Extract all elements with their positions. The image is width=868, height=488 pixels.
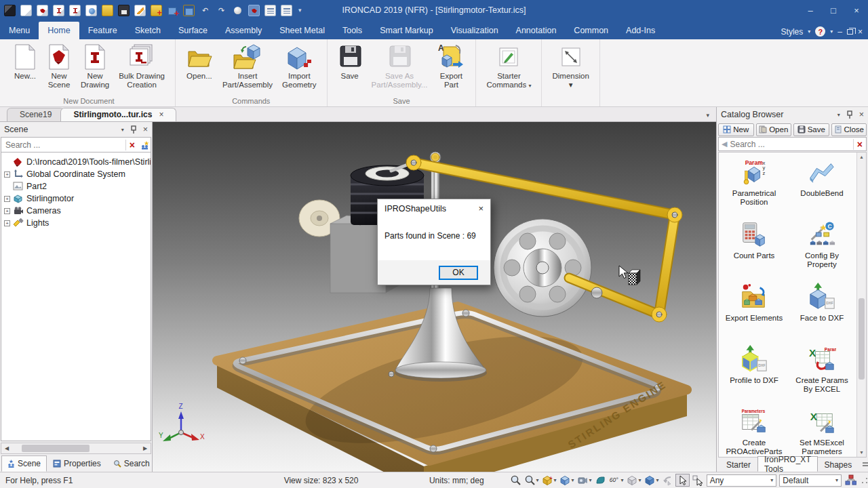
doc-tab-scene19[interactable]: Scene19 xyxy=(7,108,64,121)
tab-tools[interactable]: Tools xyxy=(334,22,371,39)
catalog-item-face-to-dxf[interactable]: DXF Face to DXF xyxy=(788,279,856,341)
catalog-item-create-params-by-excel[interactable]: Param X Create Params By EXCEL xyxy=(788,341,856,403)
zoom-window-icon[interactable] xyxy=(509,474,522,486)
save-as-part-assembly-button[interactable]: Save As Part/Assembly... xyxy=(367,41,433,91)
structure-tree-icon[interactable] xyxy=(844,474,857,486)
import-geometry-button[interactable]: Import Geometry xyxy=(277,41,321,91)
styles-caret-icon[interactable]: ▾ xyxy=(808,28,810,35)
tree-item-global-coordinate-system[interactable]: + Global Coordinate System xyxy=(4,168,151,180)
expand-icon[interactable]: + xyxy=(4,208,10,214)
catalog-back-icon[interactable]: ◀ xyxy=(719,140,730,148)
smart-behavior-icon[interactable] xyxy=(264,5,276,16)
tree-item-part2[interactable]: Part2 xyxy=(4,180,151,192)
maximize-button[interactable]: □ xyxy=(822,0,845,20)
tab-feature[interactable]: Feature xyxy=(79,22,126,39)
scroll-down-icon[interactable]: ▼ xyxy=(857,448,866,457)
qat-more-arrow-icon[interactable]: ▾ xyxy=(298,7,302,14)
selection-filter-select[interactable]: Any▾ xyxy=(707,474,777,487)
catalog-item-profile-to-dxf[interactable]: DXF Profile to DXF xyxy=(720,341,788,403)
insert-part-assembly-button[interactable]: Insert Part/Assembly xyxy=(218,41,277,91)
new-scene-button[interactable]: New Scene xyxy=(42,41,76,91)
ironcad-logo-icon[interactable] xyxy=(4,5,16,16)
save-button[interactable]: Save xyxy=(333,41,367,82)
help-icon[interactable]: ? xyxy=(815,26,825,37)
camera-view-icon[interactable]: ▾ xyxy=(576,474,593,486)
scene-search-clear-icon[interactable]: × xyxy=(125,140,138,150)
zoom-options-icon[interactable]: ▾ xyxy=(524,474,540,486)
dimension-button[interactable]: Dimension ▾ xyxy=(547,41,593,91)
catalog-item-parametrical-position[interactable]: Param xyz Parametrical Position xyxy=(720,154,788,216)
catalog-close-catalog-button[interactable]: Close xyxy=(831,123,867,136)
scene-panel-collapse-icon[interactable]: ▾ xyxy=(121,127,124,133)
catalog-scrollbar[interactable]: ▲ ▼ xyxy=(856,152,866,457)
smart-snap-icon[interactable] xyxy=(248,5,260,16)
edit-sketch-icon[interactable] xyxy=(134,5,146,16)
expand-icon[interactable]: + xyxy=(4,171,10,178)
expand-icon[interactable]: + xyxy=(4,220,10,226)
catalog-pin-icon[interactable] xyxy=(846,110,853,119)
catalog-tab-shapes[interactable]: Shapes xyxy=(818,458,859,472)
starter-commands-button[interactable]: Starter Commands ▾ xyxy=(481,41,536,92)
catalog-item-count-parts[interactable]: Count Parts xyxy=(720,216,788,279)
close-button[interactable]: × xyxy=(845,0,868,20)
resize-grip[interactable] xyxy=(861,477,868,484)
add-shape-icon[interactable]: +▾ xyxy=(541,474,557,486)
ribbon-minimize-icon[interactable]: – xyxy=(837,27,842,37)
styles-button[interactable]: Styles xyxy=(781,27,804,37)
catalog-tab-starter[interactable]: Starter xyxy=(719,458,757,472)
pick-filter-icon[interactable] xyxy=(691,474,704,486)
ribbon-restore-icon[interactable] xyxy=(847,29,853,35)
open-folder-icon[interactable] xyxy=(102,5,113,16)
new-button[interactable]: New... xyxy=(8,41,42,82)
catalog-collapse-icon[interactable]: ▾ xyxy=(837,112,840,118)
catalog-item-doublebend[interactable]: DoubleBend xyxy=(788,154,856,216)
scrollbar-thumb[interactable] xyxy=(859,298,865,380)
undo-icon[interactable]: ↶ xyxy=(199,5,211,16)
help-caret-icon[interactable]: ▾ xyxy=(830,28,833,35)
tab-add-ins[interactable]: Add-Ins xyxy=(617,22,664,39)
catalog-close-icon[interactable]: × xyxy=(859,110,864,119)
tab-sheet-metal[interactable]: Sheet Metal xyxy=(271,22,334,39)
redo-icon[interactable]: ↷ xyxy=(216,5,227,16)
catalog-save-button[interactable]: Save xyxy=(793,123,829,136)
catalog-item-export-elements[interactable]: Export Elements xyxy=(720,279,788,341)
tree-item-root[interactable]: D:\Ironcad\2019\Tools-filmer\Stirling xyxy=(4,156,151,168)
bulk-drawing-icon[interactable] xyxy=(69,5,81,16)
catalog-new-button[interactable]: New xyxy=(718,123,754,136)
tab-common[interactable]: Common xyxy=(565,22,617,39)
insert-feature-icon[interactable] xyxy=(151,5,162,16)
insert-assembly-icon[interactable] xyxy=(183,5,195,16)
customize-list-icon[interactable] xyxy=(281,5,292,16)
catalog-open-button[interactable]: Open xyxy=(756,123,792,136)
tab-menu[interactable]: Menu xyxy=(0,22,39,39)
dialog-ok-button[interactable]: OK xyxy=(439,266,478,280)
catalog-search-clear-icon[interactable]: × xyxy=(853,139,866,150)
minimize-button[interactable]: – xyxy=(799,0,822,20)
tab-annotation[interactable]: Annotation xyxy=(507,22,566,39)
save-icon[interactable] xyxy=(118,5,130,16)
ribbon-close-icon[interactable]: × xyxy=(858,27,863,37)
tab-visualization[interactable]: Visualization xyxy=(442,22,507,39)
new-drawing-button[interactable]: New Drawing xyxy=(76,41,114,91)
tree-horizontal-scrollbar[interactable]: ◀ ▶ xyxy=(1,443,151,454)
catalog-tab-ironpro-xt-tools[interactable]: IronPRO_XT Tools xyxy=(757,456,817,472)
scene-panel-pin-icon[interactable] xyxy=(130,125,137,134)
display-mode-icon[interactable]: ▾ xyxy=(626,474,642,486)
tab-home[interactable]: Home xyxy=(39,22,79,39)
tab-smart-markup[interactable]: Smart Markup xyxy=(371,22,442,39)
tab-properties[interactable]: Properties xyxy=(47,455,107,472)
bulk-drawing-creation-button[interactable]: Bulk Drawing Creation xyxy=(114,41,170,91)
catalog-item-create-proactiveparts[interactable]: Parameters Create PROActiveParts xyxy=(720,403,788,458)
open-button[interactable]: Open... xyxy=(181,41,218,82)
doc-tab-stirlingmotor[interactable]: Stirlingmoto...tur.ics × xyxy=(60,108,176,121)
previous-view-icon[interactable] xyxy=(661,474,674,486)
tab-sketch[interactable]: Sketch xyxy=(126,22,170,39)
scroll-right-icon[interactable]: ▶ xyxy=(140,445,151,451)
scene-panel-close-icon[interactable]: × xyxy=(143,125,148,134)
render-mode-icon[interactable]: ▾ xyxy=(644,474,660,486)
render-icon[interactable] xyxy=(232,5,243,16)
add-geometry-icon[interactable] xyxy=(167,5,178,16)
tab-assembly[interactable]: Assembly xyxy=(216,22,271,39)
export-part-button[interactable]: A Export Part xyxy=(432,41,470,91)
tab-surface[interactable]: Surface xyxy=(170,22,216,39)
